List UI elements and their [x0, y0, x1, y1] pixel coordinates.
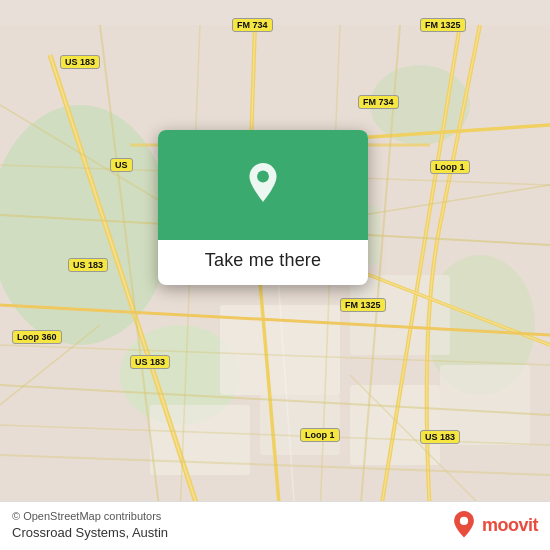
road-badge-us183-mid: US 183: [68, 258, 108, 272]
moovit-brand-text: moovit: [482, 515, 538, 536]
map-container: US 183 FM 734 FM 1325 FM 734 US Loop 1 U…: [0, 0, 550, 550]
road-badge-fm1325-bot: FM 1325: [340, 298, 386, 312]
road-badge-loop360: Loop 360: [12, 330, 62, 344]
road-badge-loop1-right: Loop 1: [430, 160, 470, 174]
moovit-pin-icon: [450, 511, 478, 539]
road-badge-fm1325-top: FM 1325: [420, 18, 466, 32]
road-badge-us183-bot: US 183: [130, 355, 170, 369]
bottom-bar: © OpenStreetMap contributors Crossroad S…: [0, 501, 550, 550]
popup-label-section[interactable]: Take me there: [158, 240, 368, 285]
road-badge-loop1-bot: Loop 1: [300, 428, 340, 442]
popup-map-bg: [158, 130, 368, 240]
map-attribution: © OpenStreetMap contributors: [12, 510, 168, 522]
road-badge-us-mid: US: [110, 158, 133, 172]
road-badge-fm734-mid: FM 734: [358, 95, 399, 109]
road-badge-us183-top: US 183: [60, 55, 100, 69]
svg-point-39: [257, 171, 269, 183]
road-badge-us183-botright: US 183: [420, 430, 460, 444]
location-label: Crossroad Systems, Austin: [12, 525, 168, 540]
popup-card: Take me there: [158, 130, 368, 285]
svg-point-40: [460, 517, 468, 525]
road-badge-fm734-top: FM 734: [232, 18, 273, 32]
location-pin-icon: [241, 163, 285, 207]
moovit-logo: moovit: [450, 511, 538, 539]
take-me-there-button[interactable]: Take me there: [205, 250, 321, 270]
